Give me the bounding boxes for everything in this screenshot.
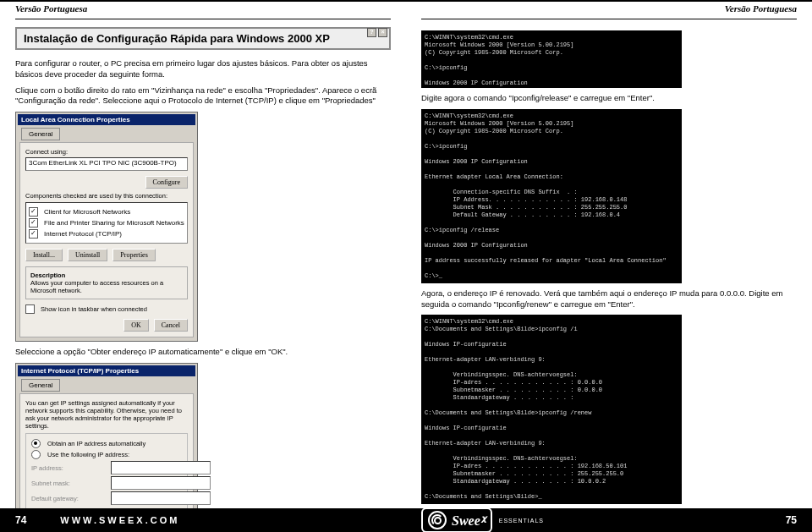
ip-group: Obtain an IP address automatically Use t… <box>25 433 188 511</box>
window-title: Local Area Connection Properties ?× <box>18 114 195 125</box>
description-box: Description Allows your computer to acce… <box>25 266 188 299</box>
tab-general[interactable]: General <box>21 379 60 392</box>
list-item: File and Printer Sharing for Microsoft N… <box>44 219 184 227</box>
radio-icon[interactable] <box>31 439 41 448</box>
gw-input[interactable] <box>111 491 211 505</box>
logo: Sweeᵡ ESSENTIALS <box>421 507 544 532</box>
opt-auto-ip: Obtain an IP address automatically <box>47 440 145 447</box>
gateway-label: Default gateway: <box>31 495 107 502</box>
tcpip-properties-window: Internet Protocol (TCP/IP) Properties ?×… <box>15 363 198 532</box>
ip-label: IP address: <box>31 464 107 472</box>
paragraph: Para configurar o router, o PC precisa e… <box>15 58 391 80</box>
list-item: Client for Microsoft Networks <box>44 208 130 216</box>
paragraph: Seleccione a opção "Obter endereço IP au… <box>15 347 391 358</box>
title-text: Local Area Connection Properties <box>21 116 130 123</box>
logo-box: Sweeᵡ <box>421 507 492 532</box>
page-number: 74 <box>15 514 26 526</box>
checkbox-icon[interactable]: ✓ <box>29 218 38 228</box>
terminal-3: C:\WINNT\system32\cmd.exe C:\Documents a… <box>421 315 682 504</box>
footer: Sweeᵡ ESSENTIALS 75 <box>406 508 812 532</box>
list-item: Internet Protocol (TCP/IP) <box>44 230 122 238</box>
ok-button[interactable]: OK <box>123 319 149 332</box>
paragraph: Digite agora o comando "Ipconfig/release… <box>421 93 797 104</box>
adapter-field: 3Com EtherLink XL PCI TPO NIC (3C900B-TP… <box>25 157 188 171</box>
top-rule <box>15 19 391 19</box>
window-title: Internet Protocol (TCP/IP) Properties ?× <box>18 365 195 376</box>
left-content: Instalação de Configuração Rápida para W… <box>15 27 391 508</box>
terminal-1: C:\WINNT\system32\cmd.exe Microsoft Wind… <box>421 30 682 88</box>
blurb: You can get IP settings assigned automat… <box>25 399 188 430</box>
cancel-button[interactable]: Cancel <box>154 319 188 332</box>
page-74: Versão Portuguesa Instalação de Configur… <box>0 0 406 532</box>
window-body: Connect using: 3Com EtherLink XL PCI TPO… <box>19 142 194 337</box>
page-75: Versão Portuguesa C:\WINNT\system32\cmd.… <box>406 0 812 532</box>
brand-label: Versão Portuguesa <box>15 3 87 14</box>
mask-input[interactable] <box>111 476 211 490</box>
connect-using-label: Connect using: <box>25 148 188 156</box>
components-list[interactable]: ✓Client for Microsoft Networks ✓File and… <box>25 202 188 244</box>
mask-label: Subnet mask: <box>31 480 107 487</box>
right-content: C:\WINNT\system32\cmd.exe Microsoft Wind… <box>421 27 797 508</box>
show-icon-label: Show icon in taskbar when connected <box>41 305 147 313</box>
paragraph: Agora, o endereço IP é renovado. Verá qu… <box>421 288 797 310</box>
install-button[interactable]: Install... <box>25 249 63 261</box>
opt-manual-ip: Use the following IP address: <box>47 451 129 458</box>
brand-label: Versão Portuguesa <box>725 3 797 14</box>
radio-icon[interactable] <box>31 450 41 459</box>
sweex-swirl-icon <box>428 511 447 529</box>
tab-general[interactable]: General <box>21 128 60 140</box>
description-text: Allows your computer to access resources… <box>30 279 183 294</box>
configure-button[interactable]: Configure <box>145 176 188 189</box>
top-rule <box>421 19 797 19</box>
properties-button[interactable]: Properties <box>112 249 155 261</box>
lan-properties-window: Local Area Connection Properties ?× Gene… <box>15 112 198 342</box>
checkbox-icon[interactable]: ✓ <box>29 207 38 217</box>
checkbox-icon[interactable] <box>25 304 35 314</box>
page-number: 75 <box>786 514 797 526</box>
close-icon[interactable]: × <box>378 28 387 37</box>
title-text: Internet Protocol (TCP/IP) Properties <box>21 367 139 375</box>
components-label: Components checked are used by this conn… <box>25 192 188 200</box>
uninstall-button[interactable]: Uninstall <box>68 249 107 261</box>
logo-text: Sweeᵡ <box>452 513 486 529</box>
essentials-label: ESSENTIALS <box>499 518 544 524</box>
ip-input[interactable] <box>111 461 211 474</box>
footer: 74 WWW.SWEEX.COM <box>0 508 406 532</box>
checkbox-icon[interactable]: ✓ <box>29 229 38 239</box>
footer-url: WWW.SWEEX.COM <box>60 515 179 525</box>
terminal-2: C:\WINNT\system32\cmd.exe Microsoft Wind… <box>421 109 682 283</box>
window-controls: ?× <box>367 28 387 37</box>
paragraph: Clique com o botão direito do rato em "V… <box>15 85 391 107</box>
description-head: Description <box>30 271 183 279</box>
help-icon[interactable]: ? <box>367 28 376 37</box>
section-title: Instalação de Configuração Rápida para W… <box>15 27 391 50</box>
